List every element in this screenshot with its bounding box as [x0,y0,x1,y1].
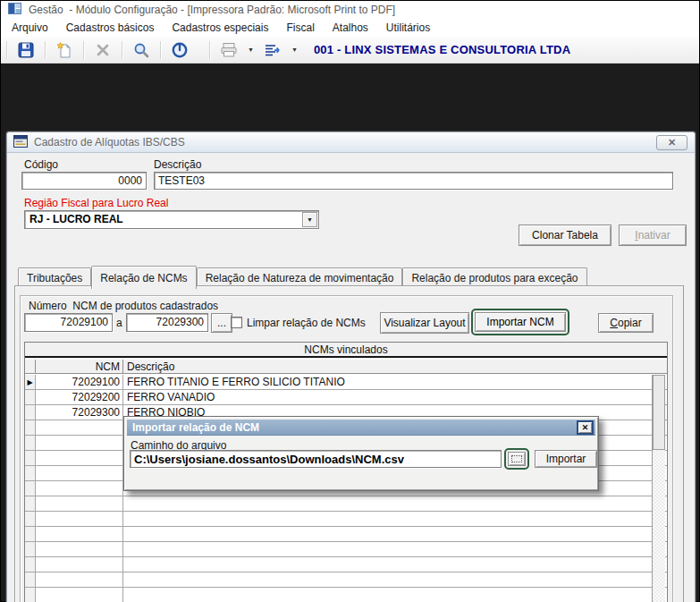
child-window-title: Cadastro de Alíquotas IBS/CBS [34,136,185,148]
app-titlebar: Gestão - Módulo Configuração - [Impresso… [1,1,699,19]
app-title: Gestão - Módulo Configuração - [Impresso… [29,4,395,16]
dialog-close-button[interactable]: ✕ [577,420,594,435]
regiao-fiscal-label: Região Fiscal para Lucro Real [24,197,168,209]
menu-item-5[interactable]: Utilitários [377,20,439,36]
tab-2[interactable]: Relação de Natureza de movimentação [197,267,403,287]
tab-1[interactable]: Relação de NCMs [91,266,196,289]
search-icon[interactable] [130,39,153,61]
new-record-icon[interactable] [53,39,76,61]
application-window: Gestão - Módulo Configuração - [Impresso… [0,0,700,602]
child-titlebar: Cadastro de Alíquotas IBS/CBS [7,132,695,153]
export-dropdown-icon[interactable]: ▼ [291,47,298,53]
clonar-tabela-button[interactable]: Clonar Tabela [519,225,611,246]
save-icon[interactable] [14,39,38,61]
toolbar-separator [6,41,7,59]
toolbar-separator [209,41,210,59]
dialog-browse-button[interactable] [508,452,526,466]
importar-relacao-dialog: Importar relação de NCM ✕ Caminho do arq… [123,416,599,491]
print-dropdown-icon[interactable]: ▼ [248,47,254,53]
focus-rect [511,455,522,462]
caminho-field[interactable]: C:\Users\josiane.dossantos\Downloads\NCM… [130,450,502,468]
regiao-fiscal-select[interactable]: RJ - LUCRO REAL ▼ [24,210,319,229]
mdi-area: Cadastro de Alíquotas IBS/CBS ✕ Código D… [1,64,699,601]
codigo-label: Código [24,158,58,171]
menu-bar: ArquivoCadastros básicosCadastros especi… [1,19,699,37]
chevron-down-icon[interactable]: ▼ [302,212,317,227]
print-icon[interactable] [217,39,240,61]
tab-0[interactable]: Tributações [18,267,91,287]
dialog-browse-focus-ring [504,448,529,470]
tab-3[interactable]: Relação de produtos para exceção [402,267,586,287]
menu-item-3[interactable]: Fiscal [277,20,323,36]
close-window-button[interactable]: ✕ [656,135,687,150]
toolbar-separator [122,41,122,59]
app-icon [8,3,21,17]
codigo-field[interactable]: 0000 [21,172,147,190]
inativar-button[interactable]: Inativar [619,225,687,246]
menu-item-1[interactable]: Cadastros básicos [57,20,164,36]
descricao-field[interactable]: TESTE03 [154,172,673,190]
delete-icon[interactable] [91,39,114,61]
form-icon [13,135,28,150]
descricao-label: Descrição [154,158,201,171]
toolbar: ▼ ▼ 001 - LINX SISTEMAS E CONSULTORIA LT… [1,37,699,64]
dialog-title: Importar relação de NCM [132,421,259,434]
export-icon[interactable] [261,39,284,61]
toolbar-separator [83,41,84,59]
regiao-fiscal-value: RJ - LUCRO REAL [25,211,318,228]
menu-item-0[interactable]: Arquivo [3,20,57,36]
company-label: 001 - LINX SISTEMAS E CONSULTORIA LTDA [314,43,570,56]
toolbar-separator [160,41,161,59]
tab-strip: TributaçõesRelação de NCMsRelação de Nat… [18,264,587,287]
menu-item-4[interactable]: Atalhos [324,20,377,36]
toolbar-separator [45,41,46,59]
menu-item-2[interactable]: Cadastros especiais [163,20,277,36]
cadastro-aliquotas-window: Cadastro de Alíquotas IBS/CBS ✕ Código D… [6,131,696,602]
exit-icon[interactable] [168,39,191,61]
dialog-titlebar[interactable]: Importar relação de NCM ✕ [127,420,595,436]
dialog-importar-button[interactable]: Importar [535,450,597,468]
